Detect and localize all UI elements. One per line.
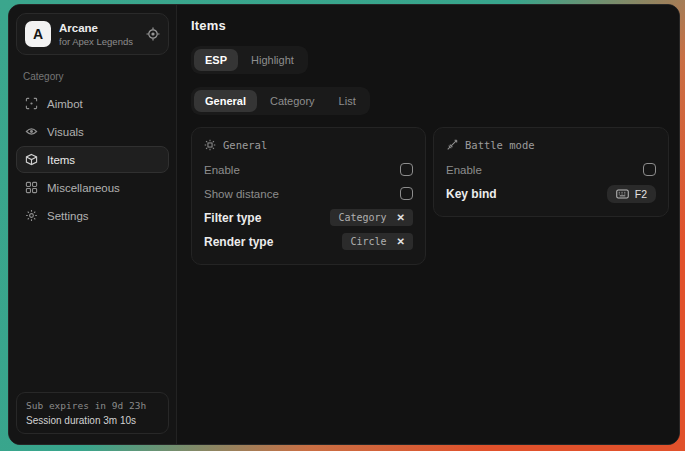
sidebar-item-visuals[interactable]: Visuals (16, 118, 169, 145)
main-area: Items ESP Highlight General Category Lis… (177, 5, 679, 444)
sword-icon (446, 139, 458, 151)
render-type-select[interactable]: Circle ✕ (342, 233, 413, 250)
setting-label: Enable (446, 164, 482, 176)
sub-expires-text: Sub expires in 9d 23h (26, 400, 159, 411)
tab-highlight[interactable]: Highlight (240, 49, 305, 71)
setting-row: Render type Circle ✕ (204, 230, 413, 253)
app-logo: A (25, 21, 51, 47)
general-panel-title: General (223, 139, 267, 151)
page-title: Items (191, 18, 669, 33)
sidebar-item-label: Aimbot (47, 98, 83, 110)
keybind-value: F2 (635, 188, 647, 200)
filter-type-value: Category (338, 212, 386, 223)
battle-enable-checkbox[interactable] (643, 163, 656, 176)
app-name: Arcane (59, 22, 133, 34)
setting-row: Enable (446, 158, 656, 181)
view-tabbar: General Category List (191, 87, 370, 115)
general-panel: General Enable Show distance Filter type… (191, 127, 426, 265)
battle-mode-panel: Battle mode Enable Key bind (433, 127, 669, 217)
sidebar-item-aimbot[interactable]: Aimbot (16, 90, 169, 117)
sidebar-item-settings[interactable]: Settings (16, 202, 169, 229)
battle-mode-panel-header: Battle mode (446, 139, 656, 151)
crosshair-icon (25, 97, 38, 110)
setting-label: Render type (204, 235, 273, 249)
setting-row: Show distance (204, 182, 413, 205)
eye-icon (25, 125, 38, 138)
sun-icon (204, 139, 216, 151)
sidebar-item-label: Settings (47, 210, 89, 222)
tab-esp[interactable]: ESP (194, 49, 238, 71)
setting-row: Enable (204, 158, 413, 181)
grid-icon (25, 181, 38, 194)
tab-list[interactable]: List (328, 90, 367, 112)
close-icon[interactable]: ✕ (397, 236, 405, 247)
app-subtitle: for Apex Legends (59, 36, 133, 47)
tab-category[interactable]: Category (259, 90, 326, 112)
keybind-button[interactable]: F2 (607, 185, 656, 203)
subscription-info-card: Sub expires in 9d 23h Session duration 3… (16, 392, 169, 434)
setting-row: Filter type Category ✕ (204, 206, 413, 229)
render-type-value: Circle (350, 236, 386, 247)
panels-row: General Enable Show distance Filter type… (191, 127, 669, 265)
setting-row: Key bind F2 (446, 182, 656, 205)
app-header-card: A Arcane for Apex Legends (16, 13, 169, 55)
target-icon[interactable] (146, 27, 160, 41)
show-distance-checkbox[interactable] (400, 187, 413, 200)
filter-type-select[interactable]: Category ✕ (330, 209, 413, 226)
session-duration-text: Session duration 3m 10s (26, 415, 159, 426)
general-panel-header: General (204, 139, 413, 151)
setting-label: Filter type (204, 211, 261, 225)
setting-label: Show distance (204, 188, 279, 200)
enable-checkbox[interactable] (400, 163, 413, 176)
setting-label: Enable (204, 164, 240, 176)
setting-label: Key bind (446, 187, 497, 201)
category-section-label: Category (23, 71, 162, 82)
sidebar-item-miscellaneous[interactable]: Miscellaneous (16, 174, 169, 201)
box-icon (25, 153, 38, 166)
app-meta: Arcane for Apex Legends (59, 22, 133, 47)
keyboard-icon (616, 189, 629, 199)
sidebar-item-label: Miscellaneous (47, 182, 120, 194)
tab-general[interactable]: General (194, 90, 257, 112)
gear-icon (25, 209, 38, 222)
battle-mode-panel-title: Battle mode (465, 139, 535, 151)
sidebar: A Arcane for Apex Legends Category (9, 5, 177, 444)
close-icon[interactable]: ✕ (397, 212, 405, 223)
sidebar-item-label: Visuals (47, 126, 84, 138)
sidebar-item-label: Items (47, 154, 75, 166)
sidebar-item-items[interactable]: Items (16, 146, 169, 173)
mode-tabbar: ESP Highlight (191, 46, 308, 74)
app-window: A Arcane for Apex Legends Category (8, 4, 680, 445)
